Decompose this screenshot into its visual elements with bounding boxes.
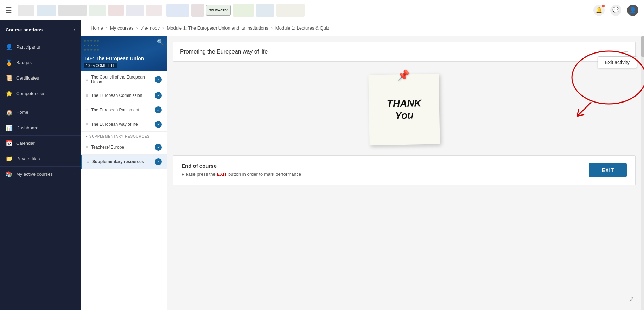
sidebar-item-calendar-label: Calendar <box>16 141 35 146</box>
breadcrumb-my-courses[interactable]: My courses <box>107 25 136 31</box>
course-item-parliament-label: The European Parliament <box>91 107 152 112</box>
expand-icon[interactable]: ⤢ <box>629 295 634 303</box>
private-files-icon: 📁 <box>6 155 13 162</box>
logo-2 <box>37 5 56 16</box>
course-nav-panel: ★ ★ ★ ★ ★★ ★ ★ ★ ★★ ★ ★ ★ ★ T4E: The Eur… <box>81 36 167 310</box>
participants-icon: 👤 <box>6 44 13 50</box>
calendar-icon: 📅 <box>6 140 13 147</box>
breadcrumb-lectures[interactable]: Module 1: Lectures & Quiz <box>273 25 332 31</box>
right-scrollbar-thumb[interactable] <box>641 36 644 57</box>
end-of-course-prefix: Please press the <box>181 172 217 177</box>
magnify-icon[interactable]: 🔍 <box>157 39 164 45</box>
notification-dot <box>602 5 605 7</box>
drag-handle-5: ≡ <box>86 145 88 150</box>
logo-5 <box>108 5 124 16</box>
course-item-supplementary[interactable]: ≡ Supplementary resources ✓ <box>81 155 167 169</box>
logo-strip: TEURACTIV <box>18 4 593 17</box>
teuractiv-logo: TEURACTIV <box>206 5 231 16</box>
exit-word: EXIT <box>217 172 227 177</box>
dashboard-icon: 📊 <box>6 124 13 131</box>
breadcrumb-t4e-mooc[interactable]: t4e-mooc <box>138 25 162 31</box>
sidebar-item-active-courses[interactable]: 📚 My active courses › <box>0 167 81 182</box>
exit-activity-area: Exit activity <box>598 56 637 68</box>
sidebar-item-competencies[interactable]: ⭐ Competencies <box>0 86 81 101</box>
competencies-icon: ⭐ <box>6 90 13 97</box>
logo-1 <box>18 5 34 16</box>
course-item-council[interactable]: ≡ The Council of the European Union ✓ <box>81 71 167 88</box>
sidebar-item-dashboard[interactable]: 📊 Dashboard <box>0 120 81 136</box>
logo-shield <box>191 4 204 17</box>
end-of-course-description: Please press the EXIT button in order to… <box>181 171 301 178</box>
promoting-plus-btn[interactable]: + <box>624 48 628 56</box>
home-icon: 🏠 <box>6 109 13 116</box>
sidebar-item-certificates-label: Certificates <box>16 75 39 81</box>
end-of-course-text: End of course Please press the EXIT butt… <box>181 163 301 178</box>
course-item-way-of-life[interactable]: ≡ The European way of life ✓ <box>81 117 167 132</box>
logo-3 <box>58 5 87 16</box>
check-circle-2: ✓ <box>155 92 162 99</box>
sidebar-collapse-btn[interactable]: ‹ <box>73 26 75 33</box>
end-of-course-suffix: button in order to mark performance <box>227 172 301 177</box>
bell-notification[interactable]: 🔔 <box>593 5 605 16</box>
exit-button[interactable]: EXIT <box>589 163 627 177</box>
drag-handle-2: ≡ <box>86 93 88 98</box>
main-layout: Course sections ‹ 👤 Participants 🏅 Badge… <box>0 20 644 310</box>
avatar-icon[interactable]: 👤 <box>627 5 638 16</box>
check-circle-3: ✓ <box>155 106 162 113</box>
supplementary-label-text: SUPPLEMENTARY RESOURCES <box>89 135 150 138</box>
header-actions: 🔔 💬 👤 <box>593 5 638 16</box>
certificates-icon: 📜 <box>6 75 13 81</box>
promoting-title: Promoting the European way of life <box>180 49 268 55</box>
thank-you-text: THANKYou <box>387 98 421 122</box>
course-item-parliament[interactable]: ≡ The European Parliament ✓ <box>81 103 167 117</box>
sidebar-item-competencies-label: Competencies <box>16 91 45 96</box>
menu-icon[interactable]: ☰ <box>6 6 12 14</box>
promoting-header: Promoting the European way of life + <box>173 42 636 62</box>
drag-handle-1: ≡ <box>86 77 88 82</box>
logo-4 <box>89 5 106 16</box>
sidebar-item-private-files[interactable]: 📁 Private files <box>0 151 81 167</box>
sidebar-item-badges-label: Badges <box>16 60 32 65</box>
check-circle-6: ✓ <box>155 158 162 165</box>
course-complete-badge: 100% COMPLETE <box>84 63 117 68</box>
logo-learn <box>233 4 254 17</box>
check-circle-1: ✓ <box>155 76 162 83</box>
check-circle-4: ✓ <box>155 121 162 128</box>
drag-handle-3: ≡ <box>86 107 88 112</box>
sidebar-item-home[interactable]: 🏠 Home <box>0 105 81 120</box>
sidebar: Course sections ‹ 👤 Participants 🏅 Badge… <box>0 20 81 310</box>
exit-activity-button[interactable]: Exit activity <box>598 56 637 68</box>
thank-you-card-area: 📌 THANKYou <box>167 67 641 152</box>
supplementary-arrow: ▾ <box>86 135 88 138</box>
course-item-teachers4europe[interactable]: ≡ Teachers4Europe ✓ <box>81 140 167 155</box>
logo-eu <box>256 4 274 17</box>
sidebar-title: Course sections <box>6 27 43 32</box>
breadcrumb-home[interactable]: Home <box>88 25 106 31</box>
chevron-right-icon: › <box>74 172 75 177</box>
expand-area: ⤢ <box>167 152 641 155</box>
right-scrollbar[interactable] <box>641 36 644 310</box>
sidebar-item-participants-label: Participants <box>16 44 40 50</box>
sidebar-item-active-courses-left: 📚 My active courses <box>6 171 53 178</box>
course-thumbnail-overlay: T4E: The European Union 100% COMPLETE <box>81 36 167 71</box>
end-of-course-section: End of course Please press the EXIT butt… <box>173 155 636 185</box>
badges-icon: 🏅 <box>6 59 13 66</box>
sidebar-item-active-courses-label: My active courses <box>16 172 53 177</box>
course-item-commission[interactable]: ≡ The European Commission ✓ <box>81 88 167 103</box>
breadcrumb-module1[interactable]: Module 1: The European Union and its Ins… <box>164 25 271 31</box>
sidebar-header: Course sections ‹ <box>0 20 81 39</box>
sidebar-item-badges[interactable]: 🏅 Badges <box>0 55 81 70</box>
logo-6 <box>126 5 144 16</box>
logo-uni <box>166 4 189 17</box>
content-area: Home › My courses › t4e-mooc › Module 1:… <box>81 20 644 310</box>
sidebar-item-participants[interactable]: 👤 Participants <box>0 39 81 55</box>
sidebar-item-private-files-label: Private files <box>16 156 40 161</box>
drag-handle-6: ≡ <box>87 159 89 164</box>
pin-icon: 📌 <box>397 69 410 81</box>
breadcrumb-bar: Home › My courses › t4e-mooc › Module 1:… <box>81 20 644 36</box>
chat-icon[interactable]: 💬 <box>610 5 621 16</box>
course-thumbnail: ★ ★ ★ ★ ★★ ★ ★ ★ ★★ ★ ★ ★ ★ T4E: The Eur… <box>81 36 167 71</box>
sidebar-item-calendar[interactable]: 📅 Calendar <box>0 136 81 151</box>
top-header: ☰ TEURACTIV 🔔 💬 👤 <box>0 0 644 20</box>
sidebar-item-certificates[interactable]: 📜 Certificates <box>0 70 81 86</box>
